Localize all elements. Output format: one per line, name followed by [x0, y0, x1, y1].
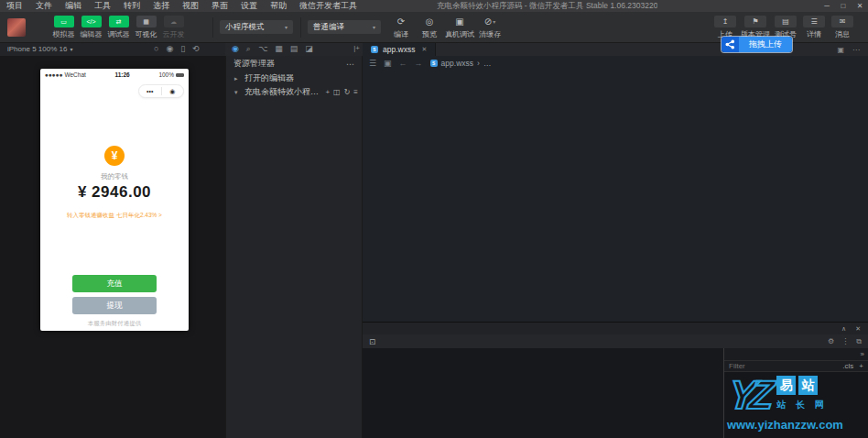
maximize-icon[interactable]: □ [835, 2, 852, 10]
compile-select[interactable]: 普通编译 ▾ [308, 20, 381, 34]
menu-item[interactable]: 编辑 [59, 0, 88, 12]
cls-toggle[interactable]: .cls [842, 362, 853, 370]
screenshot-icon[interactable]: ○ [154, 44, 158, 53]
toolbar-action[interactable]: ☰详情 [801, 16, 827, 39]
recharge-button[interactable]: 充值 [72, 275, 157, 292]
avatar[interactable] [7, 18, 26, 37]
new-folder-icon[interactable]: ◫ [333, 88, 341, 96]
refresh-icon[interactable]: ↻ [344, 88, 351, 96]
toolbar-action[interactable]: ◎预览 [417, 16, 442, 39]
exit-icon[interactable]: ◉ [162, 85, 184, 97]
upload-icon: ↥ [714, 16, 736, 27]
inspect-icon[interactable]: ◉ [232, 44, 239, 54]
wallet-icon: ¥ [104, 146, 125, 166]
cloud-icon: ☁ [164, 16, 184, 27]
watermark-subtitle: 站 长 网 [776, 399, 828, 411]
filter-input[interactable]: Filter [729, 362, 745, 370]
toolbar-action[interactable]: ▣真机调试 [445, 16, 474, 39]
menu-item[interactable]: 视图 [176, 0, 205, 12]
compile-action-group: ⟳编译◎预览▣真机调试⊘▾清缓存 [388, 16, 503, 39]
split-editor-icon[interactable]: |+ [353, 44, 360, 52]
dock-side-icon[interactable]: ⧉ [856, 337, 862, 346]
window-controls: ─ □ ✕ [819, 2, 868, 10]
upload-tooltip-label: 拖拽上传 [739, 37, 792, 52]
mode-button[interactable]: ☁云开发 [161, 16, 186, 39]
mode-select[interactable]: 小程序模式 ▾ [220, 20, 293, 34]
inspect-element-icon[interactable]: ⊡ [369, 337, 375, 346]
project-root[interactable]: ▾ 充电余额特效小程序源码 + ◫ ↻ ≡ [226, 85, 362, 99]
open-editors-section[interactable]: ▸ 打开的编辑器 [226, 71, 362, 85]
mode-button[interactable]: </>编辑器 [79, 16, 103, 39]
wxml-element-tree[interactable] [363, 348, 723, 438]
chevron-down-icon: ▾ [373, 24, 375, 30]
close-panel-icon[interactable]: ✕ [855, 325, 861, 333]
device-selector[interactable]: iPhone 5 100% 16 ▾ [7, 45, 72, 53]
menu-item[interactable]: 选择 [146, 0, 176, 12]
forward-icon[interactable]: → [415, 59, 423, 68]
clear-icon: ⊘▾ [484, 16, 495, 27]
menu-item[interactable]: 设置 [234, 0, 264, 12]
chevron-down-icon: ▾ [285, 24, 288, 30]
more-icon[interactable]: ••• [139, 85, 161, 97]
phone-status-bar: ●●●●● WeChat 11:26 100% [40, 69, 189, 81]
new-file-icon[interactable]: + [325, 88, 330, 96]
mode-button[interactable]: ▭模拟器 [51, 16, 76, 39]
toolbar-action[interactable]: ⟳编译 [388, 16, 414, 39]
chevron-down-icon: ▾ [234, 89, 241, 96]
menu-item[interactable]: 转到 [117, 0, 146, 12]
title-bar: 项目文件编辑工具转到选择视图界面设置帮助微信开发者工具 充电余额特效小程序源码 … [0, 0, 868, 12]
wallet-promo-link[interactable]: 转入零钱通赚收益 七日年化2.43% > [40, 212, 189, 220]
toolbar-action[interactable]: ✉消息 [830, 16, 855, 39]
eye-icon: ◎ [426, 16, 434, 27]
more-icon[interactable]: ⋯ [852, 46, 860, 54]
upload-tooltip[interactable]: 拖拽上传 [722, 37, 792, 52]
settings-gear-icon[interactable]: ⚙ [828, 337, 834, 346]
minimize-icon[interactable]: ─ [819, 2, 835, 10]
bookmark-icon[interactable]: ▣ [384, 59, 392, 68]
more-icon[interactable]: ⋯ [346, 60, 354, 69]
rotate-icon[interactable]: ⟲ [192, 44, 200, 53]
code-editor: ☰ ▣ ← → S app.wxss › … [363, 56, 868, 322]
eraser-icon[interactable]: ◪ [305, 44, 313, 54]
withdraw-button[interactable]: 提现 [72, 297, 157, 314]
watermark-block: 易 [776, 376, 796, 395]
mode-button[interactable]: ▦可视化 [134, 16, 158, 39]
close-tab-icon[interactable]: ✕ [421, 46, 427, 53]
mode-button-label: 云开发 [163, 29, 185, 39]
menu-item[interactable]: 文件 [29, 0, 59, 12]
clock: 11:26 [114, 71, 129, 78]
layout-icon[interactable]: ▣ [837, 46, 844, 54]
phone-screen: ●●●●● WeChat 11:26 100% ••• ◉ ¥ 我的零钱 ¥ 2… [40, 69, 189, 331]
hierarchy-icon[interactable]: ⌥ [258, 44, 267, 54]
menu-item[interactable]: 项目 [0, 0, 29, 12]
menu-item[interactable]: 帮助 [264, 0, 293, 12]
menu-icon[interactable]: ☰ [369, 59, 376, 68]
overflow-tabs-icon[interactable]: » [861, 350, 868, 358]
search-icon[interactable]: ⌕ [246, 44, 251, 54]
carrier-label: ●●●●● WeChat [45, 71, 86, 78]
tab-app-wxss[interactable]: S app.wxss ✕ [363, 43, 436, 56]
menu-item[interactable]: 工具 [88, 0, 117, 12]
details-icon: ☰ [803, 16, 825, 27]
phone-icon: ▭ [54, 16, 74, 27]
document-icon[interactable]: ▤ [290, 44, 298, 54]
add-style-icon[interactable]: + [859, 362, 863, 370]
menu-item[interactable]: 界面 [205, 0, 234, 12]
collapse-icon[interactable]: ≡ [353, 88, 358, 96]
device-frame-icon[interactable]: ▯ [180, 44, 185, 53]
back-icon[interactable]: ← [399, 59, 407, 68]
debug-icon: ⇄ [109, 16, 129, 27]
device-icon: ▣ [455, 16, 463, 27]
mode-button[interactable]: ⇄调试器 [106, 16, 131, 39]
collapse-panel-icon[interactable]: ∧ [841, 325, 846, 333]
menu-item[interactable]: 微信开发者工具 [293, 0, 363, 12]
grid-icon: ▦ [136, 16, 157, 27]
close-icon[interactable]: ✕ [852, 2, 868, 10]
toolbar-action[interactable]: ⊘▾清缓存 [477, 16, 503, 39]
kebab-menu-icon[interactable]: ⋮ [841, 337, 849, 346]
record-icon[interactable]: ◉ [166, 44, 173, 53]
grid-icon[interactable]: ▦ [275, 44, 283, 54]
test-account-icon: ▤ [775, 16, 797, 27]
mode-button-label: 模拟器 [53, 29, 75, 39]
wallet-balance: ¥ 2946.00 [40, 183, 189, 202]
